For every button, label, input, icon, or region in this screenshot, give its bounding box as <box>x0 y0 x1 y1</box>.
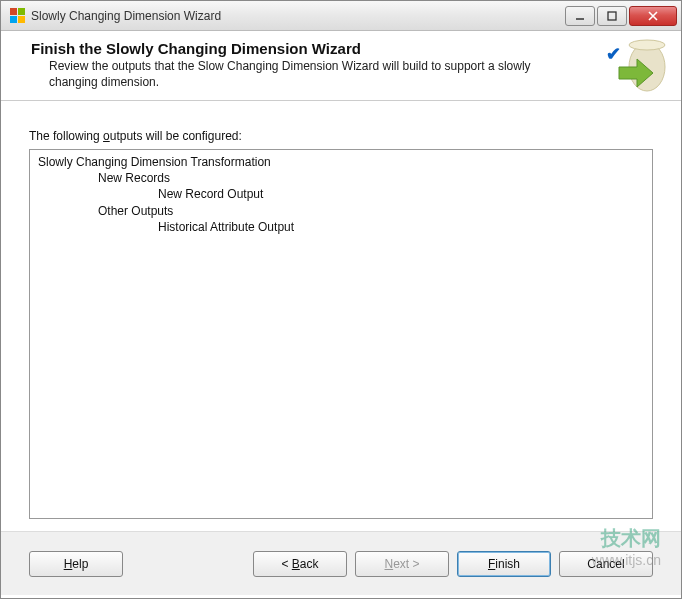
wizard-body: The following outputs will be configured… <box>1 101 681 531</box>
app-icon <box>9 8 25 24</box>
maximize-button[interactable] <box>597 6 627 26</box>
tree-leaf-item: New Record Output <box>38 186 644 202</box>
window-controls <box>565 6 677 26</box>
tree-leaf-item: Historical Attribute Output <box>38 219 644 235</box>
tree-root-item: Slowly Changing Dimension Transformation <box>38 154 644 170</box>
close-button[interactable] <box>629 6 677 26</box>
finish-button[interactable]: Finish <box>457 551 551 577</box>
wizard-title: Finish the Slowly Changing Dimension Wiz… <box>31 40 561 57</box>
svg-point-3 <box>629 40 665 50</box>
next-button: Next > <box>355 551 449 577</box>
wizard-subtitle: Review the outputs that the Slow Changin… <box>31 59 561 90</box>
svg-rect-1 <box>608 12 616 20</box>
wizard-footer: Help < Back Next > Finish Cancel <box>1 531 681 595</box>
back-button[interactable]: < Back <box>253 551 347 577</box>
wizard-graphic-icon <box>613 39 669 95</box>
outputs-label: The following outputs will be configured… <box>29 129 653 143</box>
outputs-listbox[interactable]: Slowly Changing Dimension Transformation… <box>29 149 653 519</box>
wizard-header: Finish the Slowly Changing Dimension Wiz… <box>1 31 681 101</box>
titlebar: Slowly Changing Dimension Wizard <box>1 1 681 31</box>
tree-group-item: Other Outputs <box>38 203 644 219</box>
cancel-button[interactable]: Cancel <box>559 551 653 577</box>
window-title: Slowly Changing Dimension Wizard <box>31 9 565 23</box>
tree-group-item: New Records <box>38 170 644 186</box>
help-button[interactable]: Help <box>29 551 123 577</box>
minimize-button[interactable] <box>565 6 595 26</box>
